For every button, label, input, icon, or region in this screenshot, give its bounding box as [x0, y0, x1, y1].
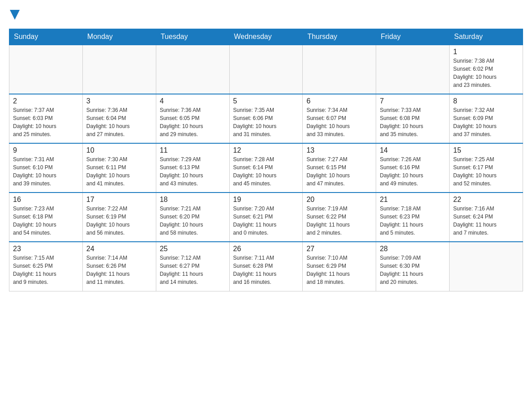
day-info: Sunrise: 7:15 AM Sunset: 6:25 PM Dayligh… — [13, 254, 79, 286]
day-number: 12 — [233, 146, 299, 154]
calendar-day-cell: 7Sunrise: 7:33 AM Sunset: 6:08 PM Daylig… — [376, 94, 450, 143]
day-info: Sunrise: 7:36 AM Sunset: 6:05 PM Dayligh… — [160, 106, 226, 138]
calendar-header-row: SundayMondayTuesdayWednesdayThursdayFrid… — [9, 29, 523, 45]
calendar-week-row: 2Sunrise: 7:37 AM Sunset: 6:03 PM Daylig… — [9, 94, 523, 143]
day-info: Sunrise: 7:33 AM Sunset: 6:08 PM Dayligh… — [380, 106, 446, 138]
column-header-sunday: Sunday — [9, 29, 83, 45]
calendar-day-cell: 4Sunrise: 7:36 AM Sunset: 6:05 PM Daylig… — [156, 94, 229, 143]
day-info: Sunrise: 7:09 AM Sunset: 6:30 PM Dayligh… — [380, 254, 446, 286]
day-number: 14 — [380, 146, 446, 154]
calendar-day-cell: 6Sunrise: 7:34 AM Sunset: 6:07 PM Daylig… — [303, 94, 376, 143]
column-header-thursday: Thursday — [303, 29, 376, 45]
calendar-day-cell: 11Sunrise: 7:29 AM Sunset: 6:13 PM Dayli… — [156, 143, 229, 193]
logo — [9, 9, 20, 20]
day-info: Sunrise: 7:34 AM Sunset: 6:07 PM Dayligh… — [306, 106, 372, 138]
day-number: 15 — [453, 146, 519, 154]
day-number: 16 — [13, 196, 79, 204]
calendar-day-cell — [450, 242, 523, 291]
calendar-day-cell: 15Sunrise: 7:25 AM Sunset: 6:17 PM Dayli… — [450, 143, 523, 193]
calendar-day-cell: 20Sunrise: 7:19 AM Sunset: 6:22 PM Dayli… — [303, 193, 376, 242]
calendar-day-cell: 14Sunrise: 7:26 AM Sunset: 6:16 PM Dayli… — [376, 143, 450, 193]
day-info: Sunrise: 7:32 AM Sunset: 6:09 PM Dayligh… — [453, 106, 519, 138]
day-number: 19 — [233, 196, 299, 204]
day-number: 5 — [233, 97, 299, 105]
calendar-day-cell: 5Sunrise: 7:35 AM Sunset: 6:06 PM Daylig… — [229, 94, 303, 143]
day-info: Sunrise: 7:21 AM Sunset: 6:20 PM Dayligh… — [160, 205, 226, 237]
calendar-day-cell: 18Sunrise: 7:21 AM Sunset: 6:20 PM Dayli… — [156, 193, 229, 242]
calendar-day-cell: 19Sunrise: 7:20 AM Sunset: 6:21 PM Dayli… — [229, 193, 303, 242]
calendar-week-row: 16Sunrise: 7:23 AM Sunset: 6:18 PM Dayli… — [9, 193, 523, 242]
column-header-saturday: Saturday — [450, 29, 523, 45]
day-info: Sunrise: 7:28 AM Sunset: 6:14 PM Dayligh… — [233, 155, 299, 188]
day-info: Sunrise: 7:20 AM Sunset: 6:21 PM Dayligh… — [233, 205, 299, 237]
calendar-day-cell: 24Sunrise: 7:14 AM Sunset: 6:26 PM Dayli… — [82, 242, 156, 291]
column-header-wednesday: Wednesday — [229, 29, 303, 45]
day-number: 25 — [160, 245, 226, 253]
day-info: Sunrise: 7:29 AM Sunset: 6:13 PM Dayligh… — [160, 155, 226, 188]
day-number: 4 — [160, 97, 226, 105]
column-header-friday: Friday — [376, 29, 450, 45]
calendar-day-cell — [229, 45, 303, 94]
calendar-day-cell — [9, 45, 83, 94]
day-number: 1 — [453, 48, 519, 56]
day-number: 21 — [380, 196, 446, 204]
calendar-week-row: 23Sunrise: 7:15 AM Sunset: 6:25 PM Dayli… — [9, 242, 523, 291]
calendar-week-row: 9Sunrise: 7:31 AM Sunset: 6:10 PM Daylig… — [9, 143, 523, 193]
calendar-day-cell: 9Sunrise: 7:31 AM Sunset: 6:10 PM Daylig… — [9, 143, 83, 193]
day-number: 3 — [86, 97, 152, 105]
calendar-day-cell — [156, 45, 229, 94]
day-info: Sunrise: 7:19 AM Sunset: 6:22 PM Dayligh… — [306, 205, 372, 237]
day-number: 10 — [86, 146, 152, 154]
day-info: Sunrise: 7:35 AM Sunset: 6:06 PM Dayligh… — [233, 106, 299, 138]
day-number: 28 — [380, 245, 446, 253]
calendar-day-cell: 2Sunrise: 7:37 AM Sunset: 6:03 PM Daylig… — [9, 94, 83, 143]
calendar-day-cell: 21Sunrise: 7:18 AM Sunset: 6:23 PM Dayli… — [376, 193, 450, 242]
day-number: 26 — [233, 245, 299, 253]
day-number: 6 — [306, 97, 372, 105]
day-info: Sunrise: 7:10 AM Sunset: 6:29 PM Dayligh… — [306, 254, 372, 286]
column-header-tuesday: Tuesday — [156, 29, 229, 45]
logo-triangle-icon — [10, 10, 20, 20]
calendar-day-cell: 13Sunrise: 7:27 AM Sunset: 6:15 PM Dayli… — [303, 143, 376, 193]
day-number: 20 — [306, 196, 372, 204]
calendar-day-cell: 22Sunrise: 7:16 AM Sunset: 6:24 PM Dayli… — [450, 193, 523, 242]
day-number: 13 — [306, 146, 372, 154]
calendar-day-cell — [303, 45, 376, 94]
calendar-day-cell: 28Sunrise: 7:09 AM Sunset: 6:30 PM Dayli… — [376, 242, 450, 291]
calendar-day-cell: 1Sunrise: 7:38 AM Sunset: 6:02 PM Daylig… — [450, 45, 523, 94]
calendar-day-cell: 23Sunrise: 7:15 AM Sunset: 6:25 PM Dayli… — [9, 242, 83, 291]
day-info: Sunrise: 7:26 AM Sunset: 6:16 PM Dayligh… — [380, 155, 446, 188]
calendar-day-cell: 8Sunrise: 7:32 AM Sunset: 6:09 PM Daylig… — [450, 94, 523, 143]
day-info: Sunrise: 7:30 AM Sunset: 6:11 PM Dayligh… — [86, 155, 152, 188]
day-info: Sunrise: 7:25 AM Sunset: 6:17 PM Dayligh… — [453, 155, 519, 188]
day-info: Sunrise: 7:31 AM Sunset: 6:10 PM Dayligh… — [13, 155, 79, 188]
day-number: 8 — [453, 97, 519, 105]
calendar-day-cell: 3Sunrise: 7:36 AM Sunset: 6:04 PM Daylig… — [82, 94, 156, 143]
day-info: Sunrise: 7:27 AM Sunset: 6:15 PM Dayligh… — [306, 155, 372, 188]
calendar-week-row: 1Sunrise: 7:38 AM Sunset: 6:02 PM Daylig… — [9, 45, 523, 94]
calendar-day-cell: 17Sunrise: 7:22 AM Sunset: 6:19 PM Dayli… — [82, 193, 156, 242]
calendar-day-cell — [376, 45, 450, 94]
day-number: 24 — [86, 245, 152, 253]
day-info: Sunrise: 7:38 AM Sunset: 6:02 PM Dayligh… — [453, 57, 519, 89]
page-header — [9, 9, 523, 20]
day-number: 22 — [453, 196, 519, 204]
day-info: Sunrise: 7:12 AM Sunset: 6:27 PM Dayligh… — [160, 254, 226, 286]
calendar-day-cell: 12Sunrise: 7:28 AM Sunset: 6:14 PM Dayli… — [229, 143, 303, 193]
calendar-day-cell: 26Sunrise: 7:11 AM Sunset: 6:28 PM Dayli… — [229, 242, 303, 291]
day-number: 7 — [380, 97, 446, 105]
day-number: 17 — [86, 196, 152, 204]
day-number: 11 — [160, 146, 226, 154]
day-info: Sunrise: 7:11 AM Sunset: 6:28 PM Dayligh… — [233, 254, 299, 286]
day-number: 23 — [13, 245, 79, 253]
calendar-table: SundayMondayTuesdayWednesdayThursdayFrid… — [9, 29, 523, 291]
day-info: Sunrise: 7:14 AM Sunset: 6:26 PM Dayligh… — [86, 254, 152, 286]
day-info: Sunrise: 7:36 AM Sunset: 6:04 PM Dayligh… — [86, 106, 152, 138]
day-number: 27 — [306, 245, 372, 253]
calendar-day-cell: 25Sunrise: 7:12 AM Sunset: 6:27 PM Dayli… — [156, 242, 229, 291]
day-info: Sunrise: 7:18 AM Sunset: 6:23 PM Dayligh… — [380, 205, 446, 237]
day-info: Sunrise: 7:22 AM Sunset: 6:19 PM Dayligh… — [86, 205, 152, 237]
svg-marker-0 — [10, 10, 20, 20]
day-number: 18 — [160, 196, 226, 204]
calendar-day-cell: 27Sunrise: 7:10 AM Sunset: 6:29 PM Dayli… — [303, 242, 376, 291]
